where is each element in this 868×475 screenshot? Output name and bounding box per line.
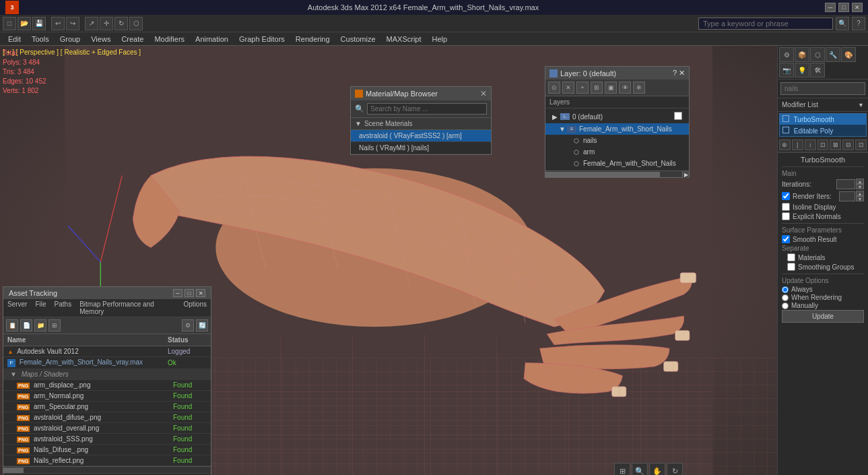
layer-current-btn[interactable]: ⊙ [548, 82, 560, 94]
modifier-item-editable[interactable]: Editable Poly [780, 125, 866, 136]
layer-scroll-right[interactable]: ▶ [682, 171, 689, 178]
layer-row-nails[interactable]: ⬡ nails [545, 135, 689, 146]
table-row[interactable]: PNG arm_Specular.png Found [3, 402, 211, 412]
at-btn6[interactable]: 🔄 [196, 319, 208, 331]
layer-row-arm2[interactable]: ⬡ arm [545, 146, 689, 158]
minimize-button[interactable]: ─ [825, 3, 836, 12]
table-row[interactable]: PNG avstraloid_SSS.png Found [3, 434, 211, 445]
mod-tool-5[interactable]: ⊠ [830, 139, 841, 150]
mod-tool-2[interactable]: | [792, 139, 803, 150]
table-row[interactable]: PNG arm_Normal.png Found [3, 391, 211, 402]
table-row[interactable]: PNG avstraloid_difuse_.png Found [3, 412, 211, 423]
layer-row-default[interactable]: ▶ L 0 (default) [545, 110, 689, 123]
redo-button[interactable]: ↪ [66, 17, 79, 30]
material-item-0[interactable]: avstraloid ( VRayFastSSS2 ) [arm] [351, 130, 491, 142]
at-close[interactable]: ✕ [196, 289, 205, 297]
menu-create[interactable]: Create [116, 32, 149, 45]
scale-button[interactable]: ⬡ [129, 17, 143, 30]
collapse-icon[interactable]: ▼ [355, 120, 362, 127]
ts-always-radio[interactable] [782, 286, 789, 293]
material-item-1[interactable]: Nails ( VRayMtl ) [nails] [351, 142, 491, 154]
menu-tools[interactable]: Tools [26, 32, 55, 45]
at-btn2[interactable]: 📄 [20, 319, 32, 331]
ts-explicit-check[interactable] [782, 212, 790, 220]
viewport[interactable]: Total Polys: 3 484 Tris: 3 484 Edges: 10… [0, 46, 777, 475]
mod-tool-6[interactable]: ⊟ [842, 139, 854, 150]
save-button[interactable]: 💾 [32, 17, 46, 30]
layer-scrollbar[interactable]: ▶ [545, 170, 689, 177]
right-icon-8[interactable]: 🛠 [810, 63, 825, 77]
orbit-button[interactable]: ↻ [667, 463, 683, 475]
open-button[interactable]: 📂 [18, 17, 31, 30]
menu-rendering[interactable]: Rendering [290, 32, 335, 45]
zoom-button[interactable]: 🔍 [632, 463, 648, 475]
menu-maxscript[interactable]: MAXScript [381, 32, 427, 45]
ts-materials-check[interactable] [787, 253, 795, 261]
at-btn1[interactable]: 📋 [6, 319, 18, 331]
undo-button[interactable]: ↩ [51, 17, 65, 30]
menu-customize[interactable]: Customize [335, 32, 381, 45]
layer-add-btn[interactable]: + [576, 82, 589, 94]
material-search-input[interactable] [367, 103, 487, 115]
layer-scrollbar-thumb[interactable] [545, 172, 660, 177]
ts-manually-radio[interactable] [782, 303, 789, 309]
asset-scrollbar-h[interactable] [3, 466, 211, 473]
at-menu-file[interactable]: File [35, 300, 46, 315]
new-button[interactable]: □ [3, 17, 16, 30]
ts-update-button[interactable]: Update [782, 310, 864, 323]
mod-tool-1[interactable]: ⊕ [779, 139, 791, 150]
ts-smooth-check[interactable] [782, 235, 790, 243]
modifier-checkbox[interactable] [782, 115, 789, 122]
menu-modifiers[interactable]: Modifiers [149, 32, 190, 45]
close-button[interactable]: ✕ [852, 3, 863, 12]
layer-row-female-arm[interactable]: ⬡ Female_Arm_with_Short_Nails [545, 158, 689, 169]
at-menu-paths[interactable]: Paths [55, 300, 72, 315]
mod-tool-4[interactable]: ⊡ [817, 139, 829, 150]
layer-freeze-btn[interactable]: ❄ [633, 82, 645, 94]
at-menu-bitmap[interactable]: Bitmap Performance and Memory [79, 300, 175, 315]
right-icon-6[interactable]: 📷 [779, 63, 794, 77]
menu-graph-editors[interactable]: Graph Editors [234, 32, 290, 45]
at-btn5[interactable]: ⚙ [182, 319, 194, 331]
ts-iterations-up[interactable]: ▲ [856, 179, 864, 184]
layer-row-arm[interactable]: ▼ ≡ Female_Arm_with_Short_Nails [545, 123, 689, 135]
at-minimize[interactable]: ─ [173, 289, 182, 297]
layer-hide-btn[interactable]: 👁 [619, 82, 631, 94]
at-menu-options[interactable]: Options [184, 300, 207, 315]
layer-select-btn[interactable]: ▣ [605, 82, 617, 94]
layer-close-button[interactable]: ✕ [679, 69, 685, 77]
ts-when-rendering-radio[interactable] [782, 294, 789, 301]
ts-render-up[interactable]: ▲ [856, 191, 864, 196]
help-button[interactable]: ? [852, 17, 865, 30]
menu-help[interactable]: Help [427, 32, 453, 45]
modifier-checkbox2[interactable] [782, 127, 789, 133]
select-button[interactable]: ↗ [85, 17, 98, 30]
right-search-input[interactable] [780, 82, 865, 95]
right-icon-2[interactable]: 📦 [795, 47, 809, 62]
modifier-item-turbosmooth[interactable]: TurboSmooth [780, 114, 866, 125]
asset-scrollbar-thumb[interactable] [3, 468, 24, 473]
right-icon-3[interactable]: ⬡ [810, 47, 825, 62]
maximize-button[interactable]: □ [838, 3, 849, 12]
ts-render-iters-check[interactable] [782, 192, 790, 200]
ts-render-input[interactable]: 2 [839, 191, 855, 201]
at-btn4[interactable]: ⊞ [48, 319, 61, 331]
pan-button[interactable]: ✋ [649, 463, 665, 475]
menu-edit[interactable]: Edit [3, 32, 26, 45]
ts-render-down[interactable]: ▼ [856, 196, 864, 201]
menu-animation[interactable]: Animation [190, 32, 234, 45]
menu-views[interactable]: Views [86, 32, 116, 45]
ts-iterations-down[interactable]: ▼ [856, 184, 864, 189]
at-maximize[interactable]: □ [185, 289, 194, 297]
table-row[interactable]: PNG avstraloid_overall.png Found [3, 423, 211, 434]
ts-isoline-check[interactable] [782, 203, 790, 211]
material-browser-close[interactable]: ✕ [480, 89, 487, 98]
global-search-input[interactable] [698, 18, 833, 30]
rotate-button[interactable]: ↻ [114, 17, 128, 30]
table-row[interactable]: ▲ Autodesk Vault 2012 Logged [3, 346, 211, 357]
at-menu-server[interactable]: Server [7, 300, 27, 315]
table-row[interactable]: PNG arm_displace_.png Found [3, 380, 211, 391]
right-icon-5[interactable]: 🎨 [841, 47, 856, 62]
ts-iterations-input[interactable]: 0 [836, 179, 855, 189]
mod-tool-7[interactable]: ⊡ [855, 139, 867, 150]
